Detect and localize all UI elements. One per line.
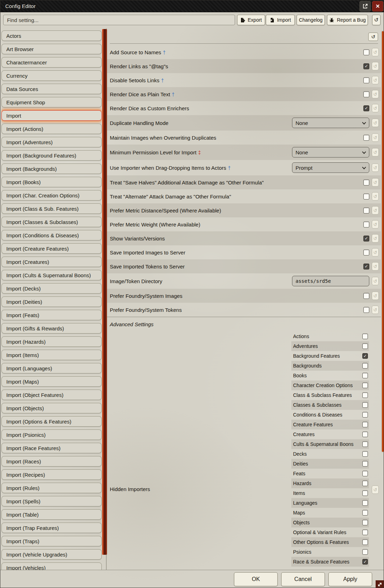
sidebar-item-import-backgrounds[interactable]: Import (Backgrounds) bbox=[1, 163, 102, 174]
row-reset-button[interactable]: ↺ bbox=[372, 163, 379, 172]
sidebar-item-import-maps[interactable]: Import (Maps) bbox=[1, 376, 102, 387]
hidden-importer-checkbox[interactable] bbox=[362, 530, 368, 535]
setting-select[interactable]: None bbox=[292, 118, 369, 128]
hidden-importer-checkbox[interactable]: ✓ bbox=[362, 353, 368, 359]
sidebar-item-import-options-features[interactable]: Import (Options & Features) bbox=[1, 416, 102, 427]
hidden-importer-checkbox[interactable] bbox=[362, 383, 368, 388]
setting-text-input[interactable]: assets/srd5e bbox=[292, 276, 369, 286]
sidebar-item-import-creature-features[interactable]: Import (Creature Features) bbox=[1, 243, 102, 254]
hidden-importer-checkbox[interactable]: ✓ bbox=[362, 559, 368, 565]
row-reset-button[interactable]: ↺ bbox=[372, 90, 379, 98]
sidebar-item-import-vehicles[interactable]: Import (Vehicles) bbox=[1, 562, 102, 570]
hidden-importer-checkbox[interactable] bbox=[362, 363, 368, 369]
row-reset-button[interactable]: ↺ bbox=[372, 306, 379, 314]
row-reset-button[interactable]: ↺ bbox=[372, 62, 379, 70]
sidebar-item-import-traps[interactable]: Import (Traps) bbox=[1, 536, 102, 546]
hidden-importer-checkbox[interactable] bbox=[362, 392, 368, 398]
hidden-importer-checkbox[interactable] bbox=[362, 520, 368, 525]
sidebar-item-import-adventures[interactable]: Import (Adventures) bbox=[1, 137, 102, 147]
setting-checkbox[interactable] bbox=[363, 222, 369, 227]
changelog-button[interactable]: Changelog bbox=[297, 15, 325, 25]
resize-handle[interactable] bbox=[376, 580, 384, 588]
report-a-bug-button[interactable]: Report a Bug bbox=[327, 15, 368, 25]
sidebar-item-import-vehicle-upgrades[interactable]: Import (Vehicle Upgrades) bbox=[1, 549, 102, 560]
row-reset-button[interactable]: ↺ bbox=[372, 248, 379, 257]
row-reset-button[interactable]: ↺ bbox=[372, 148, 379, 156]
main-scrollbar-thumb[interactable] bbox=[382, 31, 384, 452]
setting-checkbox[interactable] bbox=[363, 208, 369, 214]
sidebar-item-art-browser[interactable]: Art Browser bbox=[1, 44, 102, 54]
hidden-importer-checkbox[interactable] bbox=[362, 441, 368, 447]
sidebar-item-import-trap-features[interactable]: Import (Trap Features) bbox=[1, 523, 102, 533]
sidebar-item-data-sources[interactable]: Data Sources bbox=[1, 84, 102, 94]
row-reset-button[interactable]: ↺ bbox=[372, 178, 379, 187]
row-reset-button[interactable]: ↺ bbox=[372, 206, 379, 215]
row-reset-button[interactable]: ↺ bbox=[372, 277, 379, 285]
sidebar-item-import-table[interactable]: Import (Table) bbox=[1, 509, 102, 520]
sidebar-item-import-gifts-rewards[interactable]: Import (Gifts & Rewards) bbox=[1, 323, 102, 334]
hidden-importer-checkbox[interactable] bbox=[362, 422, 368, 427]
popout-button[interactable] bbox=[360, 1, 371, 12]
setting-checkbox[interactable] bbox=[363, 135, 369, 141]
sidebar-item-import-rules[interactable]: Import (Rules) bbox=[1, 483, 102, 493]
setting-checkbox[interactable] bbox=[363, 194, 369, 200]
export-button[interactable]: Export bbox=[237, 15, 265, 25]
sidebar-item-import-creatures[interactable]: Import (Creatures) bbox=[1, 257, 102, 267]
sidebar-item-import-decks[interactable]: Import (Decks) bbox=[1, 283, 102, 294]
row-reset-button[interactable]: ↺ bbox=[372, 292, 379, 300]
import-button[interactable]: Import bbox=[266, 15, 295, 25]
sidebar-item-import-conditions-diseases[interactable]: Import (Conditions & Diseases) bbox=[1, 230, 102, 240]
row-reset-button[interactable]: ↺ bbox=[372, 133, 379, 142]
sidebar-item-import-recipes[interactable]: Import (Recipes) bbox=[1, 469, 102, 480]
sidebar-item-import-feats[interactable]: Import (Feats) bbox=[1, 310, 102, 320]
sidebar-item-import-background-features[interactable]: Import (Background Features) bbox=[1, 150, 102, 161]
sidebar-item-import-objects[interactable]: Import (Objects) bbox=[1, 403, 102, 413]
sidebar-item-import-languages[interactable]: Import (Languages) bbox=[1, 363, 102, 373]
reset-all-button[interactable]: ↺ bbox=[368, 33, 378, 41]
row-reset-button[interactable]: ↺ bbox=[372, 192, 379, 201]
hidden-importer-checkbox[interactable] bbox=[362, 412, 368, 418]
sidebar-item-import-object-features[interactable]: Import (Object Features) bbox=[1, 390, 102, 400]
setting-checkbox[interactable] bbox=[363, 250, 369, 255]
sidebar-item-import-class-sub-features[interactable]: Import (Class & Sub. Features) bbox=[1, 203, 102, 214]
sidebar-item-import-race-features[interactable]: Import (Race Features) bbox=[1, 443, 102, 453]
hidden-importer-checkbox[interactable] bbox=[362, 481, 368, 486]
setting-checkbox[interactable] bbox=[363, 180, 369, 186]
setting-checkbox[interactable] bbox=[363, 307, 369, 313]
hidden-importer-checkbox[interactable] bbox=[362, 471, 368, 476]
setting-checkbox[interactable]: ✓ bbox=[363, 63, 369, 69]
sidebar-item-import-psionics[interactable]: Import (Psionics) bbox=[1, 429, 102, 440]
row-reset-button[interactable]: ↺ bbox=[372, 48, 379, 56]
sidebar-item-import-classes-subclasses[interactable]: Import (Classes & Subclasses) bbox=[1, 217, 102, 227]
setting-checkbox[interactable]: ✓ bbox=[363, 236, 369, 241]
sidebar-item-import-hazards[interactable]: Import (Hazards) bbox=[1, 336, 102, 347]
close-button[interactable]: ✕ bbox=[372, 1, 383, 12]
sidebar-scrollbar-thumb[interactable] bbox=[102, 29, 107, 555]
hidden-importer-checkbox[interactable] bbox=[362, 500, 368, 506]
row-reset-button[interactable]: ↺ bbox=[372, 76, 379, 84]
hidden-importer-checkbox[interactable] bbox=[362, 510, 368, 516]
sidebar-item-charactermancer[interactable]: Charactermancer bbox=[1, 57, 102, 68]
row-reset-button[interactable]: ↺ bbox=[372, 262, 379, 271]
hidden-importer-checkbox[interactable] bbox=[362, 373, 368, 378]
sidebar-item-actors[interactable]: Actors bbox=[1, 30, 102, 41]
setting-checkbox[interactable] bbox=[363, 77, 369, 83]
sidebar-item-import-deities[interactable]: Import (Deities) bbox=[1, 296, 102, 307]
row-reset-button[interactable]: ↺ bbox=[372, 234, 379, 243]
sidebar-item-equipment-shop[interactable]: Equipment Shop bbox=[1, 97, 102, 107]
hidden-importer-checkbox[interactable] bbox=[362, 549, 368, 555]
hidden-importer-checkbox[interactable] bbox=[362, 490, 368, 496]
hidden-importer-checkbox[interactable] bbox=[362, 334, 368, 339]
hidden-importer-checkbox[interactable] bbox=[362, 451, 368, 457]
setting-select[interactable]: None bbox=[292, 147, 369, 158]
cancel-button[interactable]: Cancel bbox=[281, 572, 325, 586]
row-reset-button[interactable]: ↺ bbox=[372, 119, 379, 127]
hidden-importers-reset-button[interactable]: ↺ bbox=[372, 485, 379, 494]
setting-checkbox[interactable]: ✓ bbox=[363, 264, 369, 270]
row-reset-button[interactable]: ↺ bbox=[372, 104, 379, 112]
hidden-importer-checkbox[interactable] bbox=[362, 539, 368, 545]
setting-select[interactable]: Prompt bbox=[292, 162, 369, 173]
hidden-importer-checkbox[interactable] bbox=[362, 432, 368, 437]
sidebar-item-currency[interactable]: Currency bbox=[1, 70, 102, 81]
sidebar-item-import-actions[interactable]: Import (Actions) bbox=[1, 124, 102, 134]
